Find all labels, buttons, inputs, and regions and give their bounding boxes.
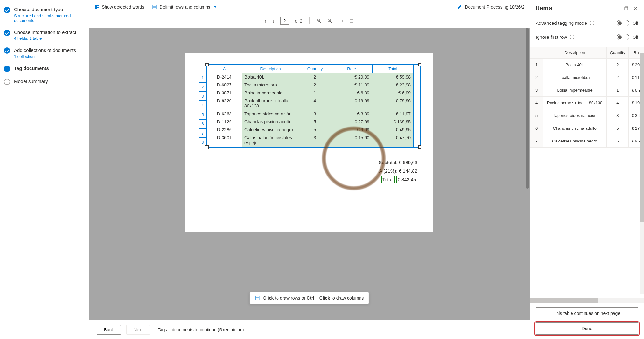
cell[interactable]: € 23,98	[372, 81, 414, 89]
cell[interactable]: D-6263	[207, 110, 242, 118]
cell[interactable]: 3	[299, 110, 331, 118]
cell[interactable]: € 47,70	[372, 134, 414, 147]
cell[interactable]: D-2414	[207, 73, 242, 81]
done-button[interactable]: Done	[536, 322, 638, 335]
back-button[interactable]: Back	[97, 325, 121, 335]
cell[interactable]: € 29,99	[331, 73, 372, 81]
advanced-tagging-toggle[interactable]	[617, 20, 629, 26]
info-icon[interactable]: ⓘ	[570, 34, 574, 40]
cell[interactable]: € 19,99	[331, 97, 372, 110]
panel-table-row[interactable]: 3Bolsa impermeable1€ 6,9	[530, 84, 644, 97]
cell[interactable]: Pack albornoz + toalla 80x130	[242, 97, 299, 110]
col-header-description[interactable]: Description	[242, 65, 299, 73]
cell[interactable]: € 27,99	[331, 118, 372, 126]
fit-page-icon[interactable]	[349, 18, 354, 24]
resize-handle-tr[interactable]	[418, 63, 421, 66]
tagged-table[interactable]: A Description Quantity Rate Total D-2414…	[206, 64, 421, 148]
table-row[interactable]: D-6263Tapones oídos natación3€ 3,99€ 11,…	[207, 110, 420, 118]
document-canvas[interactable]: A Description Quantity Rate Total D-2414…	[89, 28, 530, 320]
cell[interactable]: Bolsa impermeable	[242, 89, 299, 97]
cell[interactable]: D-3871	[207, 89, 242, 97]
row-number[interactable]: 2	[199, 82, 207, 92]
row-number[interactable]: 1	[199, 73, 207, 82]
col-header-rate[interactable]: Rate	[331, 65, 372, 73]
cell[interactable]: D-3601	[207, 134, 242, 147]
cell[interactable]: € 9,99	[331, 126, 372, 134]
col-header-quantity[interactable]: Quantity	[299, 65, 331, 73]
resize-handle-tl[interactable]	[205, 63, 209, 66]
table-row[interactable]: D-1129Chanclas piscina adulto5€ 27,99€ 1…	[207, 118, 420, 126]
cell[interactable]: 2	[299, 73, 331, 81]
cell[interactable]: € 11,97	[372, 110, 414, 118]
scrollbar-horizontal[interactable]	[530, 298, 644, 303]
cell[interactable]: 5	[299, 126, 331, 134]
cell[interactable]: D-1129	[207, 118, 242, 126]
panel-table-row[interactable]: 7Calcetines piscina negro5€ 9,9	[530, 135, 644, 148]
panel-table-row[interactable]: 6Chanclas piscina adulto5€ 27,	[530, 122, 644, 135]
cell[interactable]: € 6,99	[331, 89, 372, 97]
resize-handle-bl[interactable]	[205, 146, 208, 149]
cell[interactable]: € 59,98	[372, 73, 414, 81]
page-input[interactable]	[280, 17, 289, 25]
popout-icon[interactable]	[624, 6, 629, 11]
step-choose-doc-type[interactable]: Choose document type Structured and semi…	[3, 4, 89, 25]
cell[interactable]: 5	[299, 118, 331, 126]
resize-handle-br[interactable]	[418, 145, 421, 149]
cell[interactable]: D-6220	[207, 97, 242, 110]
info-icon[interactable]: ⓘ	[590, 20, 594, 26]
row-number[interactable]: 6	[199, 119, 207, 128]
table-row[interactable]: D-3871Bolsa impermeable1€ 6,99€ 6,99	[207, 89, 420, 97]
cell[interactable]: € 11,99	[331, 81, 372, 89]
cell[interactable]: D-6027	[207, 81, 242, 89]
panel-table-row[interactable]: 1Bolsa 40L2€ 29,	[530, 59, 644, 71]
cell[interactable]: € 49,95	[372, 126, 414, 134]
cell[interactable]: 4	[299, 97, 331, 110]
zoom-in-icon[interactable]	[327, 18, 332, 24]
table-row[interactable]: D-2414Bolsa 40L2€ 29,99€ 59,98	[207, 73, 420, 81]
fit-width-icon[interactable]	[338, 18, 343, 24]
cell[interactable]: 3	[299, 134, 331, 147]
continues-next-page-button[interactable]: This table continues on next page	[536, 307, 638, 319]
document-name-button[interactable]: Document Processing 10/26/2	[457, 4, 524, 10]
show-detected-words-button[interactable]: Show detected words	[94, 4, 144, 10]
step-tag-documents[interactable]: Tag documents	[3, 63, 89, 74]
cell[interactable]: 2	[299, 81, 331, 89]
cell[interactable]: Chanclas piscina adulto	[242, 118, 299, 126]
panel-table-row[interactable]: 2Toalla microfibra2€ 11,	[530, 71, 644, 84]
step-add-collections[interactable]: Add collections of documents 1 collectio…	[3, 45, 89, 61]
arrow-up-icon[interactable]: ↑	[264, 18, 267, 24]
table-row[interactable]: D-6220Pack albornoz + toalla 80x1304€ 19…	[207, 97, 420, 110]
cell[interactable]: Bolsa 40L	[242, 73, 299, 81]
cell[interactable]: € 79,96	[372, 97, 414, 110]
table-row[interactable]: D-2286Calcetines piscina negro5€ 9,99€ 4…	[207, 126, 420, 134]
cell[interactable]: 1	[299, 89, 331, 97]
table-row[interactable]: D-6027Toalla microfibra2€ 11,99€ 23,98	[207, 81, 420, 89]
cell[interactable]: D-2286	[207, 126, 242, 134]
total-value-tagged[interactable]: € 843,45	[396, 176, 417, 183]
panel-table-row[interactable]: 5Tapones oídos natación3€ 3,9	[530, 109, 644, 122]
step-choose-info[interactable]: Choose information to extract 4 fields, …	[3, 27, 89, 44]
step-model-summary[interactable]: Model summary	[3, 76, 89, 87]
cell[interactable]: Calcetines piscina negro	[242, 126, 299, 134]
scrollbar-vertical[interactable]	[526, 28, 529, 189]
row-number[interactable]: 7	[199, 128, 207, 138]
table-row[interactable]: D-3601Gafas natación cristales espejo3€ …	[207, 134, 420, 147]
col-header-total[interactable]: Total	[372, 65, 414, 73]
panel-table-row[interactable]: 4Pack albornoz + toalla 80x1304€ 19,	[530, 97, 644, 109]
cell[interactable]: € 139,95	[372, 118, 414, 126]
delimit-rows-columns-button[interactable]: Delimit rows and columns	[152, 4, 218, 10]
scrollbar-vertical[interactable]	[640, 53, 644, 294]
ignore-first-row-toggle[interactable]	[617, 34, 629, 40]
row-number[interactable]: 3	[199, 92, 207, 101]
cell[interactable]: Gafas natación cristales espejo	[242, 134, 299, 147]
cell[interactable]: Tapones oídos natación	[242, 110, 299, 118]
close-icon[interactable]	[633, 6, 638, 11]
panel-col-header[interactable]	[530, 47, 543, 59]
col-header-a[interactable]: A	[207, 65, 242, 73]
zoom-out-icon[interactable]	[317, 18, 322, 24]
cell[interactable]: Toalla microfibra	[242, 81, 299, 89]
cell[interactable]: € 3,99	[331, 110, 372, 118]
cell[interactable]: € 6,99	[372, 89, 414, 97]
panel-col-header[interactable]: Description	[543, 47, 607, 59]
row-number[interactable]: 5	[199, 110, 207, 119]
